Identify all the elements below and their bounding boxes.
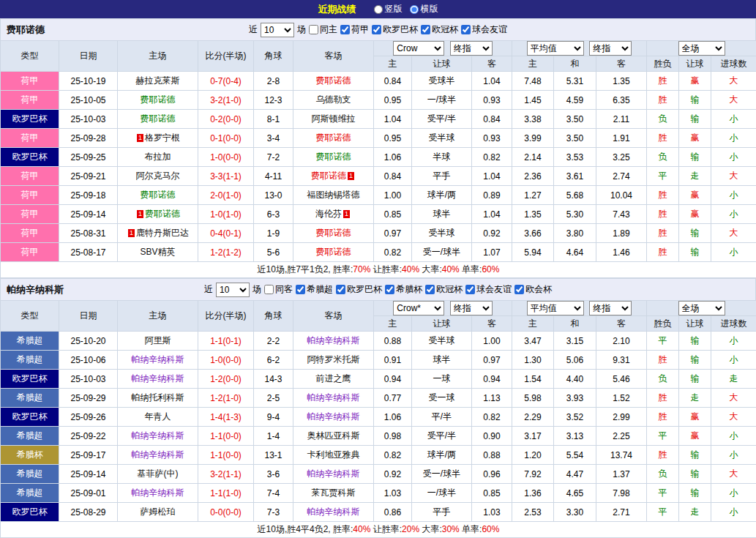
score-link[interactable]: 1-4(1-3): [210, 412, 242, 422]
away-team-link[interactable]: 阿斯顿维拉: [312, 113, 356, 124]
score-link[interactable]: 0-7(0-4): [210, 76, 242, 86]
score-link[interactable]: 0-2(0-0): [210, 114, 242, 124]
away-team-link[interactable]: 卡利地亚雅典: [307, 449, 360, 460]
away-team-link[interactable]: 乌德勒支: [316, 94, 351, 105]
league-filter-checkbox[interactable]: [514, 285, 524, 294]
full-match-select[interactable]: 全场: [678, 41, 725, 56]
home-team-link[interactable]: 帕纳辛纳科斯: [132, 354, 184, 365]
away-team-link[interactable]: 帕纳辛纳科斯: [307, 392, 360, 403]
league-filter-checkbox[interactable]: [465, 285, 475, 294]
away-team-link[interactable]: 帕纳辛纳科斯: [307, 335, 360, 345]
league-filter-checkbox[interactable]: [461, 25, 471, 34]
away-team-link[interactable]: 费耶诺德: [316, 152, 351, 162]
score-link[interactable]: 1-2(1-2): [210, 247, 242, 258]
home-team-link[interactable]: 费耶诺德: [141, 94, 176, 105]
league-filter[interactable]: 欧冠杯: [425, 283, 463, 296]
away-team-link[interactable]: 帕纳辛纳科斯: [307, 468, 360, 479]
league-filter[interactable]: 欧罗巴杯: [336, 283, 382, 296]
same-venue-filter[interactable]: 同客: [264, 283, 293, 296]
away-team-link[interactable]: 前进之鹰: [316, 373, 351, 384]
league-filter-checkbox[interactable]: [372, 25, 381, 34]
away-team-link[interactable]: 费耶诺德: [316, 75, 351, 86]
home-team-link[interactable]: 帕纳辛纳科斯: [132, 373, 184, 384]
score-link[interactable]: 0-1(0-0): [210, 133, 242, 143]
same-venue-checkbox[interactable]: [264, 285, 274, 294]
league-filter[interactable]: 荷甲: [340, 23, 369, 36]
home-team-link[interactable]: 阿里斯: [145, 335, 171, 345]
home-team-link[interactable]: 格罗宁根: [145, 132, 180, 143]
home-team-link[interactable]: 布拉加: [145, 152, 171, 162]
average-select[interactable]: 平均值: [527, 41, 584, 56]
horizontal-layout-radio[interactable]: [410, 5, 419, 14]
away-team-link[interactable]: 海伦芬: [315, 209, 342, 219]
home-team-link[interactable]: 帕纳辛纳科斯: [132, 487, 184, 498]
score-link[interactable]: 0-0(0-0): [210, 507, 242, 518]
league-filter-checkbox[interactable]: [340, 25, 350, 34]
final-odds-select[interactable]: 终指: [450, 301, 493, 315]
final-average-select[interactable]: 终指: [589, 301, 632, 315]
home-team-link[interactable]: 阿尔克马尔: [136, 171, 180, 181]
away-team-link[interactable]: 帕纳辛纳科斯: [307, 411, 360, 422]
score-link[interactable]: 0-4(0-1): [210, 228, 242, 239]
score-link[interactable]: 1-1(1-0): [210, 488, 242, 498]
full-match-select[interactable]: 全场: [678, 301, 725, 315]
average-select[interactable]: 平均值: [527, 301, 584, 315]
score-link[interactable]: 1-2(1-0): [210, 393, 242, 403]
away-team-link[interactable]: 费耶诺德: [316, 132, 351, 143]
home-team-link[interactable]: 费耶诺德: [141, 113, 176, 124]
score-link[interactable]: 1-1(0-0): [210, 450, 242, 460]
league-filter[interactable]: 欧冠杯: [421, 23, 458, 36]
home-team-link[interactable]: 赫拉克莱斯: [136, 75, 180, 86]
away-team-link[interactable]: 莱瓦贾科斯: [312, 487, 356, 498]
vertical-layout-option[interactable]: 竖版: [374, 3, 403, 15]
score-link[interactable]: 1-0(0-0): [210, 355, 242, 365]
same-venue-checkbox[interactable]: [309, 25, 318, 34]
score-link[interactable]: 3-2(1-1): [210, 469, 242, 479]
league-filter[interactable]: 欧罗巴杯: [372, 23, 418, 36]
home-team-link[interactable]: 基菲萨(中): [138, 468, 179, 479]
odds-company-select[interactable]: Crow: [393, 41, 444, 56]
horizontal-layout-option[interactable]: 横版: [410, 3, 438, 15]
home-team-link[interactable]: 帕纳辛纳科斯: [132, 449, 184, 460]
final-odds-select[interactable]: 终指: [450, 41, 493, 56]
recent-count-select[interactable]: 10: [261, 23, 294, 37]
final-average-select[interactable]: 终指: [589, 41, 632, 56]
league-filter[interactable]: 希腊超: [296, 283, 333, 296]
odds-company-select[interactable]: Crow*: [393, 301, 444, 315]
recent-count-select[interactable]: 10: [216, 283, 250, 297]
score-link[interactable]: 1-1(0-1): [210, 336, 242, 346]
home-team-link[interactable]: 鹿特丹斯巴达: [136, 228, 189, 238]
home-team-link[interactable]: 年青人: [145, 411, 171, 422]
away-team-link[interactable]: 费耶诺德: [316, 228, 351, 238]
score-link[interactable]: 1-0(0-0): [210, 152, 242, 162]
score-link[interactable]: 1-2(0-0): [210, 374, 242, 384]
league-filter[interactable]: 希腊杯: [385, 283, 422, 296]
same-venue-filter[interactable]: 同主: [309, 23, 337, 36]
league-filter[interactable]: 球会友谊: [461, 23, 507, 36]
score-link[interactable]: 3-3(1-1): [210, 171, 242, 182]
away-team-link[interactable]: 阿特罗米托斯: [307, 354, 360, 365]
away-team-link[interactable]: 费耶诺德: [311, 171, 346, 181]
league-filter-checkbox[interactable]: [421, 25, 430, 34]
away-team-link[interactable]: 帕纳辛纳科斯: [307, 507, 360, 517]
score-link[interactable]: 1-0(1-0): [210, 209, 242, 220]
score-link[interactable]: 2-0(1-0): [210, 190, 242, 201]
away-team-link[interactable]: 费耶诺德: [316, 247, 351, 257]
league-filter[interactable]: 球会友谊: [465, 283, 512, 296]
league-filter[interactable]: 欧会杯: [514, 283, 552, 296]
home-team-link[interactable]: 帕纳托利科斯: [132, 392, 184, 403]
score-link[interactable]: 3-2(1-0): [210, 95, 242, 105]
home-team-link[interactable]: 帕纳辛纳科斯: [132, 430, 184, 441]
home-team-link[interactable]: SBV精英: [140, 247, 175, 257]
vertical-layout-radio[interactable]: [374, 5, 383, 14]
away-team-link[interactable]: 奥林匹亚科斯: [307, 430, 360, 441]
league-filter-checkbox[interactable]: [336, 285, 345, 294]
league-filter-checkbox[interactable]: [296, 285, 305, 294]
home-team-link[interactable]: 费耶诺德: [141, 190, 176, 200]
home-team-link[interactable]: 费耶诺德: [145, 209, 180, 219]
score-link[interactable]: 1-1(0-0): [210, 431, 242, 441]
away-team-link[interactable]: 福图纳锡塔德: [307, 190, 360, 200]
league-filter-checkbox[interactable]: [425, 285, 435, 294]
home-team-link[interactable]: 萨姆松珀: [141, 507, 176, 517]
league-filter-checkbox[interactable]: [385, 285, 394, 294]
